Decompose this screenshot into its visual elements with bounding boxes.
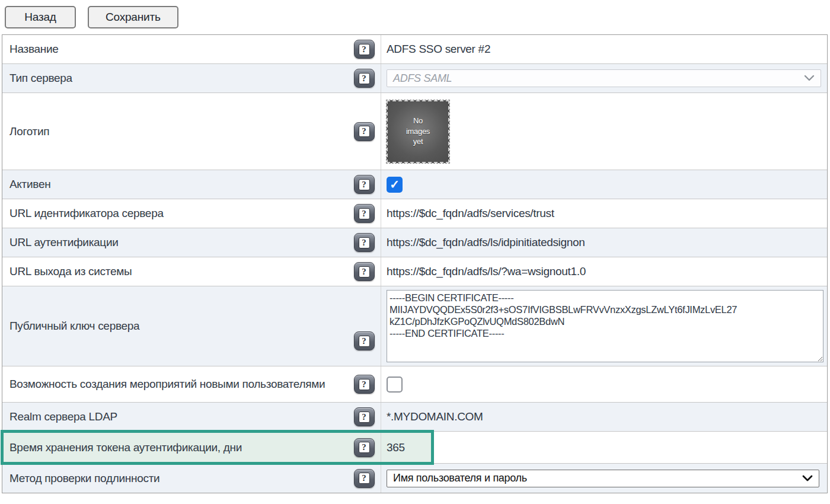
form-row-idp-url: URL идентификатора сервера ? https://$dc…: [2, 199, 827, 228]
field-label-auth-method: Метод проверки подлинности: [2, 464, 347, 493]
field-label-logo: Логотип: [2, 93, 347, 170]
help-icon[interactable]: ?: [354, 204, 375, 223]
form-row-active: Активен ? ✓: [2, 170, 827, 199]
form-row-ldap-realm: Realm сервера LDAP ? *.MYDOMAIN.COM: [2, 403, 827, 432]
form-row-logo: Логотип ? No images yet: [2, 93, 827, 170]
help-icon[interactable]: ?: [354, 262, 375, 281]
help-icon[interactable]: ?: [354, 40, 375, 59]
check-icon: ✓: [390, 178, 399, 190]
name-value: ADFS SSO server #2: [387, 43, 490, 56]
chevron-down-icon: [802, 472, 813, 485]
logout-url-value: https://$dc_fqdn/adfs/ls/?wa=wsignout1.0: [387, 265, 586, 278]
idp-url-value: https://$dc_fqdn/adfs/services/trust: [387, 207, 554, 220]
field-label-public-key: Публичный ключ сервера: [2, 286, 347, 366]
chevron-down-icon: [804, 72, 815, 85]
help-icon[interactable]: ?: [354, 375, 375, 394]
sso-server-form: Название ? ADFS SSO server #2 Тип сервер…: [2, 34, 828, 493]
auth-url-value: https://$dc_fqdn/adfs/ls/idpinitiatedsig…: [387, 236, 585, 249]
new-user-events-checkbox[interactable]: ✓: [387, 377, 403, 393]
save-button[interactable]: Сохранить: [88, 6, 178, 28]
help-icon[interactable]: ?: [354, 469, 375, 488]
form-row-logout-url: URL выхода из системы ? https://$dc_fqdn…: [2, 257, 827, 286]
server-type-select: ADFS SAML: [387, 69, 821, 87]
back-button[interactable]: Назад: [5, 6, 76, 28]
form-row-server-type: Тип сервера ? ADFS SAML: [2, 64, 827, 93]
help-icon[interactable]: ?: [354, 438, 375, 457]
token-lifetime-value: 365: [387, 441, 405, 454]
active-checkbox[interactable]: ✓: [387, 177, 403, 193]
help-icon[interactable]: ?: [354, 331, 375, 350]
logo-placeholder-text: No: [413, 116, 423, 126]
form-row-name: Название ? ADFS SSO server #2: [2, 35, 827, 64]
public-key-textarea[interactable]: -----BEGIN CERTIFICATE----- MIIJAYDVQQDE…: [387, 290, 823, 362]
form-row-new-user-events: Возможность создания мероприятий новыми …: [2, 366, 827, 403]
server-type-value: ADFS SAML: [393, 72, 804, 85]
help-icon[interactable]: ?: [354, 175, 375, 194]
form-row-public-key: Публичный ключ сервера ? -----BEGIN CERT…: [2, 286, 827, 366]
toolbar: Назад Сохранить: [0, 0, 830, 28]
field-label-ldap-realm: Realm сервера LDAP: [2, 403, 347, 431]
ldap-realm-value: *.MYDOMAIN.COM: [387, 410, 483, 423]
help-icon[interactable]: ?: [354, 69, 375, 88]
field-label-token-lifetime: Время хранения токена аутентификации, дн…: [2, 432, 347, 463]
form-row-auth-url: URL аутентификации ? https://$dc_fqdn/ad…: [2, 228, 827, 257]
field-label-auth-url: URL аутентификации: [2, 228, 347, 257]
logo-placeholder-image[interactable]: No images yet: [387, 100, 449, 163]
help-icon[interactable]: ?: [354, 233, 375, 252]
form-row-auth-method: Метод проверки подлинности ? Имя пользов…: [2, 464, 827, 493]
help-icon[interactable]: ?: [354, 122, 375, 141]
help-icon[interactable]: ?: [354, 407, 375, 426]
field-label-new-user-events: Возможность создания мероприятий новыми …: [2, 366, 347, 402]
field-label-name: Название: [2, 35, 347, 63]
form-row-token-lifetime: Время хранения токена аутентификации, дн…: [2, 432, 827, 464]
auth-method-value: Имя пользователя и пароль: [393, 472, 802, 484]
logo-placeholder-text: images: [406, 126, 430, 137]
field-label-logout-url: URL выхода из системы: [2, 257, 347, 286]
auth-method-select[interactable]: Имя пользователя и пароль: [387, 470, 819, 487]
field-label-active: Активен: [2, 170, 347, 199]
logo-placeholder-text: yet: [413, 136, 423, 147]
field-label-server-type: Тип сервера: [2, 64, 347, 92]
field-label-idp-url: URL идентификатора сервера: [2, 199, 347, 228]
